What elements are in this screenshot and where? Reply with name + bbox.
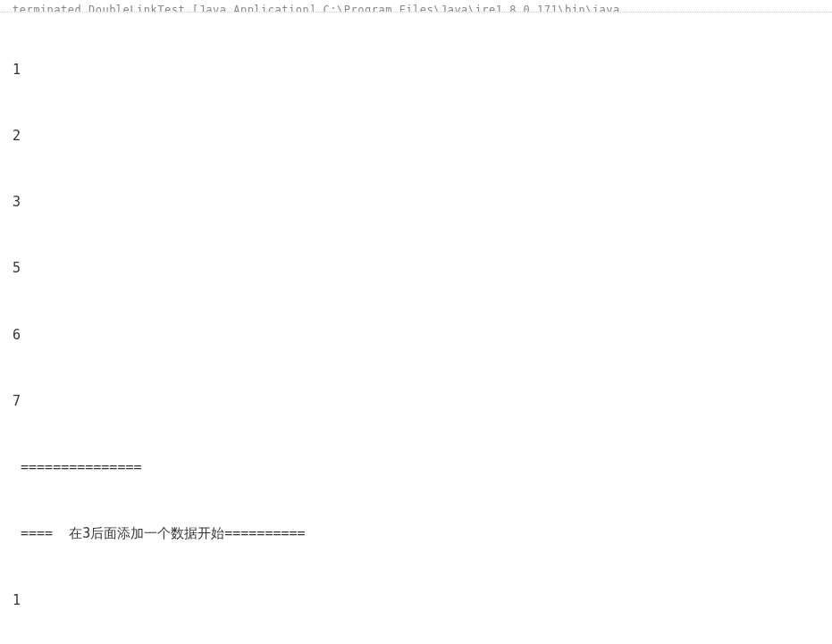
console-output[interactable]: 1 2 3 5 6 7 =============== ==== 在3后面添加一… [0,13,832,644]
console-header-text: terminated DoubleLinkTest [Java Applicat… [13,4,620,13]
output-line: 3 [13,191,828,213]
output-line: 1 [13,590,828,612]
output-line: ==== 在3后面添加一个数据开始========== [13,523,828,545]
output-line: 7 [13,390,828,413]
output-line: 6 [13,324,828,347]
output-line: =============== [13,456,828,479]
console-header: terminated DoubleLinkTest [Java Applicat… [0,0,832,13]
output-line: 1 [13,59,828,81]
output-line: 5 [13,257,828,280]
console-panel: terminated DoubleLinkTest [Java Applicat… [0,0,832,644]
output-line: 2 [13,125,828,147]
